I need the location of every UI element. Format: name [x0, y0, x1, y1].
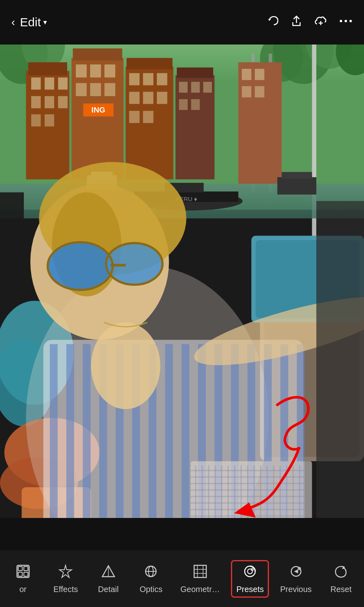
- svg-marker-143: [59, 565, 72, 577]
- svg-rect-26: [104, 64, 115, 77]
- cloud-add-icon[interactable]: [314, 15, 328, 30]
- detail-label: Detail: [98, 585, 119, 594]
- svg-rect-129: [190, 483, 312, 484]
- svg-rect-83: [66, 344, 74, 518]
- svg-rect-31: [127, 58, 173, 69]
- edit-label: Edit: [20, 15, 41, 29]
- svg-rect-89: [165, 344, 173, 518]
- svg-rect-24: [76, 64, 87, 77]
- svg-rect-45: [179, 99, 188, 110]
- top-bar: ‹ Edit ▾: [0, 0, 364, 45]
- photo-image: ING: [0, 45, 364, 518]
- reset-label: Reset: [330, 585, 351, 594]
- presets-label: Presets: [236, 585, 264, 594]
- svg-point-156: [251, 568, 254, 571]
- svg-rect-42: [179, 82, 188, 93]
- svg-rect-149: [194, 565, 206, 577]
- edit-title: Edit ▾: [20, 15, 47, 29]
- svg-rect-56: [242, 69, 252, 80]
- tool-item-optics[interactable]: Optics: [133, 560, 169, 597]
- optics-icon: [143, 564, 159, 582]
- svg-rect-21: [73, 49, 122, 61]
- svg-rect-130: [190, 489, 312, 490]
- undo-icon[interactable]: [267, 15, 279, 30]
- svg-rect-108: [316, 201, 364, 518]
- svg-rect-38: [129, 111, 140, 123]
- svg-rect-39: [143, 111, 154, 123]
- svg-rect-59: [255, 86, 265, 98]
- svg-rect-68: [277, 177, 316, 195]
- svg-rect-57: [255, 69, 265, 80]
- svg-rect-37: [157, 92, 167, 104]
- svg-point-158: [298, 567, 301, 570]
- back-button[interactable]: ‹: [11, 16, 15, 29]
- svg-rect-18: [31, 115, 41, 127]
- svg-rect-142: [24, 572, 28, 576]
- svg-rect-132: [190, 502, 312, 503]
- svg-rect-27: [76, 83, 87, 96]
- svg-rect-127: [190, 470, 312, 471]
- share-icon[interactable]: [290, 15, 303, 30]
- geometry-label: Geometr…: [180, 585, 220, 594]
- geometry-icon: [193, 564, 208, 582]
- tool-item-detail[interactable]: Detail: [90, 560, 127, 597]
- effects-label: Effects: [53, 585, 78, 594]
- color-label: or: [19, 585, 27, 594]
- svg-rect-138: [17, 565, 29, 577]
- svg-rect-35: [129, 92, 140, 104]
- previous-label: Previous: [280, 585, 312, 594]
- detail-icon: [101, 564, 116, 582]
- svg-rect-44: [203, 82, 212, 93]
- svg-rect-46: [191, 99, 200, 110]
- svg-rect-84: [83, 344, 91, 518]
- svg-rect-141: [18, 572, 22, 576]
- photo-container: ING: [0, 45, 364, 518]
- chevron-down-icon[interactable]: ▾: [43, 18, 47, 27]
- tool-item-color[interactable]: or: [5, 560, 41, 597]
- svg-rect-41: [177, 68, 213, 78]
- previous-icon: [288, 564, 304, 582]
- svg-rect-55: [238, 62, 281, 184]
- svg-rect-12: [31, 77, 41, 89]
- tool-item-reset[interactable]: Reset: [323, 560, 359, 597]
- effects-icon: [58, 564, 73, 582]
- svg-point-2: [349, 20, 352, 22]
- tool-item-presets[interactable]: Presets: [231, 560, 269, 598]
- svg-rect-140: [24, 567, 28, 571]
- svg-rect-90: [182, 344, 189, 518]
- svg-rect-32: [129, 73, 140, 85]
- more-icon[interactable]: [339, 15, 353, 30]
- optics-label: Optics: [140, 585, 163, 594]
- svg-rect-15: [31, 96, 41, 108]
- svg-rect-58: [242, 86, 252, 98]
- svg-rect-36: [143, 92, 154, 104]
- svg-rect-82: [50, 344, 57, 518]
- svg-rect-34: [157, 73, 167, 85]
- svg-rect-11: [28, 62, 67, 75]
- svg-rect-16: [44, 96, 54, 108]
- tool-item-previous[interactable]: Previous: [275, 560, 317, 597]
- top-bar-right: [267, 15, 353, 30]
- svg-rect-13: [44, 77, 54, 89]
- svg-rect-28: [90, 83, 101, 96]
- svg-rect-25: [90, 64, 101, 77]
- svg-text:ING: ING: [91, 106, 105, 114]
- color-icon: [15, 564, 31, 582]
- top-bar-left: ‹ Edit ▾: [11, 15, 47, 29]
- svg-rect-43: [191, 82, 200, 93]
- svg-rect-131: [190, 496, 312, 497]
- toolbar-spacer: [0, 518, 364, 550]
- svg-point-1: [345, 20, 347, 22]
- tool-item-effects[interactable]: Effects: [47, 560, 84, 597]
- svg-rect-14: [58, 77, 68, 89]
- svg-rect-17: [58, 96, 68, 108]
- svg-rect-139: [18, 567, 22, 571]
- reset-icon: [333, 564, 349, 582]
- svg-rect-29: [104, 83, 115, 96]
- tool-item-geometry[interactable]: Geometr…: [176, 560, 225, 597]
- svg-point-0: [340, 20, 342, 22]
- svg-rect-128: [190, 476, 312, 478]
- bottom-toolbar: or Effects Detail Optic: [0, 550, 364, 607]
- svg-rect-69: [281, 172, 312, 179]
- svg-rect-19: [44, 115, 54, 127]
